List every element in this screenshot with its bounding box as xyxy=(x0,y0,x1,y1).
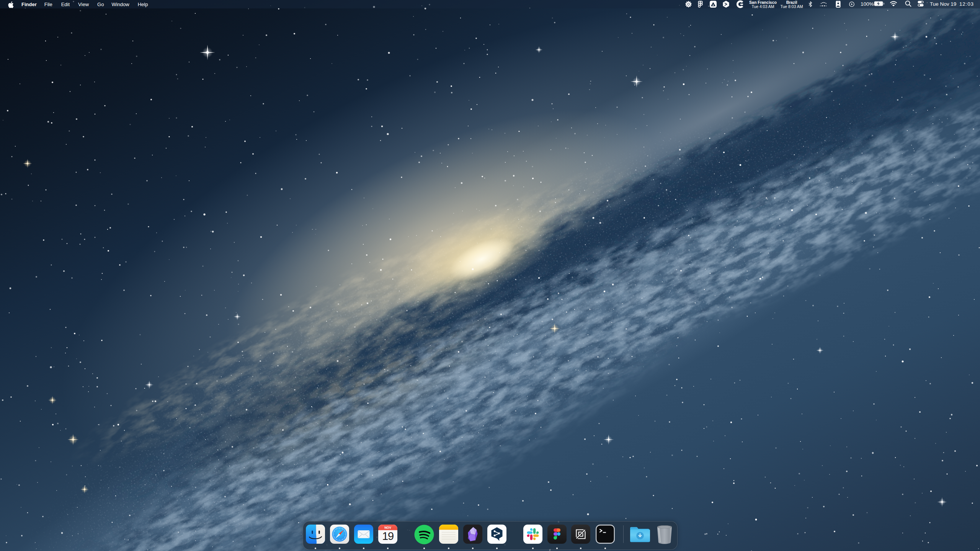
svg-text:NOV: NOV xyxy=(384,526,391,530)
svg-text:19: 19 xyxy=(382,530,394,542)
